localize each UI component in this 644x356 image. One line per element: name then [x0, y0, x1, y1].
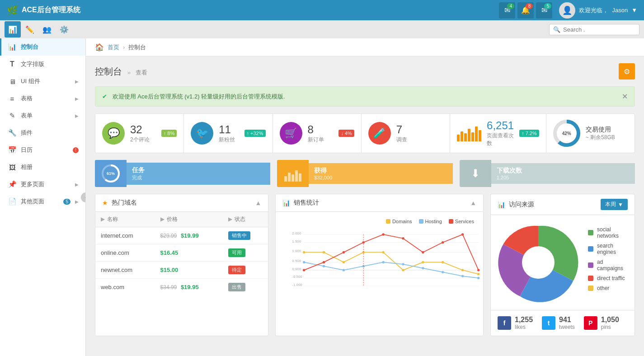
avatar: 👤 — [559, 2, 575, 19]
user-menu[interactable]: 👤 欢迎光临， Jason ▼ — [559, 2, 637, 19]
svg-text:0.500: 0.500 — [292, 259, 301, 263]
legend-other: other — [588, 285, 628, 291]
notification-button[interactable]: 🔔 8 — [517, 2, 534, 19]
other-pages-arrow-icon: ▶ — [75, 199, 79, 204]
sidebar-label-plugin: 插件 — [21, 129, 79, 137]
svg-point-26 — [461, 269, 464, 271]
chart-icon: 📊 — [498, 201, 505, 208]
user-greeting: 欢迎光临， — [579, 6, 608, 14]
breadcrumb-home[interactable]: 首页 — [108, 43, 119, 52]
svg-text:-1.000: -1.000 — [292, 283, 303, 287]
stat-survey: 🧪 7 调查 — [362, 114, 450, 153]
sidebar-item-dashboard[interactable]: 📊 控制台 — [0, 38, 85, 56]
star-icon: ★ — [102, 199, 108, 206]
svg-point-27 — [477, 273, 479, 275]
download-sub: 1,205 — [497, 175, 630, 180]
sidebar-label-other-pages: 其他页面 — [21, 197, 59, 206]
followers-number: 11 — [219, 123, 239, 136]
sidebar-item-other-pages[interactable]: 📄 其他页面 5 ▶ — [0, 193, 85, 210]
svg-point-42 — [382, 233, 385, 235]
action-cards: 61% 任务 完成 — [95, 160, 635, 187]
sidebar-item-plugin[interactable]: 🔧 插件 — [0, 124, 85, 141]
svg-point-47 — [477, 269, 479, 271]
followers-badge: ↑ +32% — [244, 130, 266, 137]
top-navigation: 🌿 ACE后台管理系统 ✉ 4 🔔 8 ✉ 5 👤 欢迎光临， Jason ▼ — [0, 0, 644, 20]
stat-comments: 💬 32 2个评论 ↑ 8% — [95, 114, 184, 153]
pageviews-badge: ↑ 7.2% — [519, 130, 539, 137]
sidebar-item-gallery[interactable]: 🖼 相册 — [0, 159, 85, 176]
mail-button[interactable]: ✉ 5 — [536, 2, 552, 19]
svg-point-46 — [461, 233, 464, 235]
svg-point-32 — [382, 261, 385, 263]
gallery-icon: 🖼 — [8, 164, 16, 171]
pinterest-icon: P — [584, 316, 597, 330]
toolbar-edit-btn[interactable]: ✏️ — [22, 21, 38, 37]
sidebar-label-more-pages: 更多页面 — [21, 180, 71, 188]
toolbar-settings-btn[interactable]: ⚙️ — [56, 21, 72, 37]
comments-label: 2个评论 — [130, 136, 156, 144]
sidebar-label-dashboard: 控制台 — [21, 43, 79, 51]
svg-point-39 — [323, 261, 325, 263]
sidebar-item-calendar[interactable]: 📅 日历 ! — [0, 141, 85, 159]
fb-label: likes — [515, 324, 533, 330]
table-icon: ≡ — [8, 95, 16, 103]
alert-close-button[interactable]: ✕ — [622, 92, 628, 101]
legend-search: search engines — [588, 243, 628, 255]
sales-line-chart: 2.000 1.500 1.000 0.500 0.000 -0.500 -1.… — [280, 226, 479, 294]
storage-subtitle: ~ 剩余58GB — [586, 134, 628, 141]
svg-point-40 — [343, 251, 345, 253]
action-revenue: 获得 $32,000 — [277, 160, 452, 187]
sidebar-item-typography[interactable]: T 文字排版 — [0, 56, 85, 73]
facebook-icon: f — [498, 316, 511, 330]
svg-point-33 — [402, 263, 404, 265]
sidebar-item-ui[interactable]: 🖥 UI 组件 ▶ — [0, 73, 85, 90]
stat-followers: 🐦 11 新粉丝 ↑ +32% — [184, 114, 273, 153]
legend-ad: ad campaigns — [588, 259, 628, 272]
svg-point-24 — [422, 261, 424, 263]
visitor-header: 📊 访问来源 本周 ▼ — [491, 194, 635, 215]
welcome-alert: ✔ 欢迎使用 Ace后台管理系统 (v1.2) 轻量级好用的后台管理系统模版. … — [95, 86, 635, 107]
sales-legend: Domains Hosting Services — [280, 216, 479, 226]
tw-count: 941 — [559, 316, 575, 324]
legend-other-label: other — [597, 285, 609, 291]
breadcrumb-separator: › — [123, 44, 125, 51]
status-badge: 销售中 — [228, 231, 250, 240]
toolbar-dashboard-btn[interactable]: 📊 — [5, 21, 21, 37]
domain-table: ▶名称 ▶价格 ▶状态 internet.com $29.99 $19.99 — [95, 212, 268, 295]
tw-label: tweets — [559, 324, 575, 330]
svg-point-28 — [303, 261, 305, 263]
legend-hosting: Hosting — [425, 219, 442, 224]
domain-collapse-button[interactable]: ▲ — [255, 199, 261, 206]
search-input[interactable] — [563, 26, 635, 33]
legend-social-label: social networks — [597, 226, 628, 239]
table-row: web.com $34.99 $19.95 出售 — [95, 279, 268, 296]
visitor-legend: social networks search engines ad campai… — [588, 222, 628, 291]
calendar-badge: ! — [73, 147, 79, 153]
toolbar-share-btn[interactable]: 👥 — [39, 21, 55, 37]
form-arrow-icon: ▶ — [75, 113, 79, 118]
domain-section: ★ 热门域名 ▲ ▶名称 ▶价格 ▶状态 — [95, 194, 268, 336]
svg-point-30 — [343, 269, 345, 271]
user-name: Jason — [612, 7, 628, 14]
sidebar-item-table[interactable]: ≡ 表格 ▶ — [0, 90, 85, 107]
status-badge: 可用 — [228, 248, 245, 257]
topnav-icons: ✉ 4 🔔 8 ✉ 5 👤 欢迎光临， Jason ▼ — [499, 2, 637, 19]
period-button[interactable]: 本周 ▼ — [601, 199, 628, 210]
sidebar-item-form[interactable]: ✎ 表单 ▶ — [0, 107, 85, 124]
svg-point-45 — [442, 241, 444, 244]
svg-point-29 — [323, 265, 325, 267]
form-icon: ✎ — [8, 112, 16, 120]
legend-social: social networks — [588, 226, 628, 239]
storage-pct: 42% — [562, 131, 571, 136]
page-settings-button[interactable]: ⚙ — [619, 63, 635, 80]
message-button[interactable]: ✉ 4 — [499, 2, 515, 19]
home-icon: 🏠 — [95, 43, 104, 52]
action-download: ⬇ 下载次数 1,205 — [460, 160, 635, 187]
stat-orders: 🛒 8 新订单 ↓ 4% — [273, 114, 362, 153]
survey-number: 7 — [396, 123, 443, 136]
sidebar-item-more-pages[interactable]: 📌 更多页面 ▶ — [0, 176, 85, 193]
sales-collapse-button[interactable]: ▲ — [470, 199, 476, 206]
alert-text: 欢迎使用 Ace后台管理系统 (v1.2) 轻量级好用的后台管理系统模版. — [113, 93, 285, 100]
legend-direct: direct traffic — [588, 275, 628, 281]
social-twitter: t 941 tweets — [542, 316, 575, 330]
